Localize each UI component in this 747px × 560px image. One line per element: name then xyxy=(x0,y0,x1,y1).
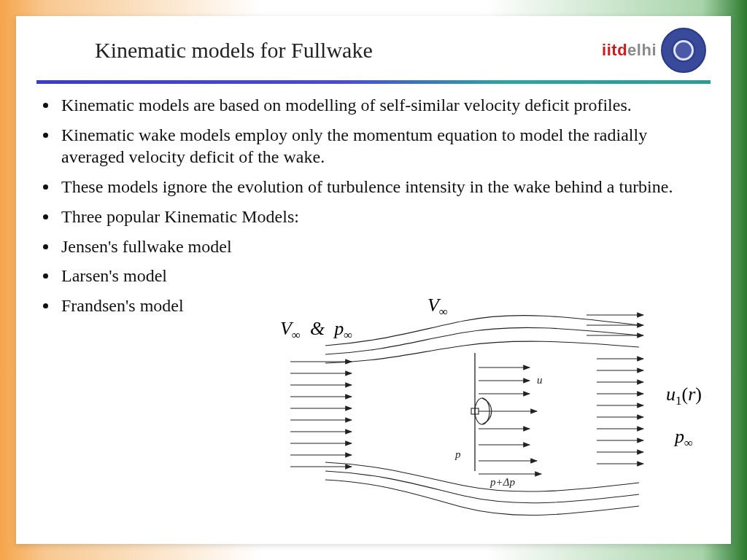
list-item: Kinematic wake models employ only the mo… xyxy=(58,124,711,168)
wake-outflow-arrows xyxy=(597,359,643,464)
list-item: Larsen's model xyxy=(58,265,711,287)
flow-svg: u p p+Δp xyxy=(274,295,705,528)
slide-frame: Kinematic models for Fullwake iitdelhi K… xyxy=(0,0,747,560)
list-item: Jensen's fullwake model xyxy=(58,236,711,258)
label-u-small: u xyxy=(537,374,543,386)
slide-body: Kinematic models for Fullwake iitdelhi K… xyxy=(16,16,731,544)
iit-gray: elhi xyxy=(627,41,657,59)
flow-diagram: V∞ V∞ & p∞ u1(r) p∞ xyxy=(274,295,705,528)
slide-title: Kinematic models for Fullwake xyxy=(95,38,373,63)
divider-bar xyxy=(36,80,711,84)
list-item: Kinematic models are based on modelling … xyxy=(58,94,711,117)
iit-red: iitd xyxy=(602,41,627,59)
institute-seal-icon xyxy=(661,28,706,73)
label-p-dp-small: p+Δp xyxy=(489,476,515,488)
inflow-arrows xyxy=(290,362,352,467)
label-p-small: p xyxy=(454,448,461,460)
list-item: Three popular Kinematic Models: xyxy=(58,206,711,228)
top-outflow-arrows xyxy=(587,315,643,335)
list-item: These models ignore the evolution of tur… xyxy=(58,176,711,198)
logo-group: iitdelhi xyxy=(602,28,706,73)
bullet-list: Kinematic models are based on modelling … xyxy=(36,94,711,317)
header-row: Kinematic models for Fullwake iitdelhi xyxy=(36,28,711,80)
iit-logo-text: iitdelhi xyxy=(602,41,657,60)
